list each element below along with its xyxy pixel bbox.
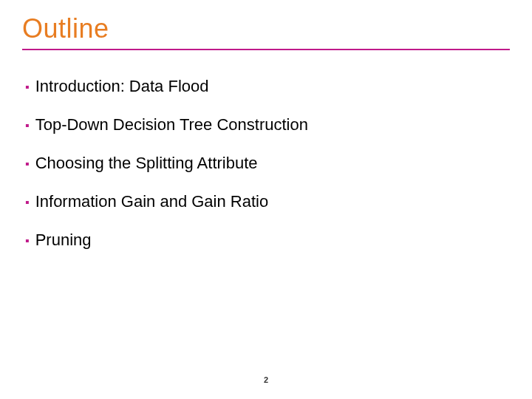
list-item-label: Choosing the Splitting Attribute [35,154,258,173]
list-item: ▪ Top-Down Decision Tree Construction [25,115,510,136]
bullet-icon: ▪ [25,115,30,136]
list-item-label: Pruning [35,231,92,250]
list-item: ▪ Information Gain and Gain Ratio [25,192,510,213]
page-number: 2 [0,375,532,384]
title-underline [22,49,510,50]
list-item: ▪ Introduction: Data Flood [25,77,510,98]
bullet-icon: ▪ [25,192,30,213]
bullet-icon: ▪ [25,231,30,251]
list-item-label: Information Gain and Gain Ratio [35,192,269,211]
bullet-icon: ▪ [25,154,30,174]
slide-title: Outline [22,13,510,44]
list-item-label: Top-Down Decision Tree Construction [35,115,308,134]
slide: Outline ▪ Introduction: Data Flood ▪ Top… [0,0,532,399]
list-item-label: Introduction: Data Flood [35,77,209,96]
list-item: ▪ Pruning [25,231,510,251]
bullet-icon: ▪ [25,77,30,98]
list-item: ▪ Choosing the Splitting Attribute [25,154,510,174]
outline-list: ▪ Introduction: Data Flood ▪ Top-Down De… [22,77,510,251]
